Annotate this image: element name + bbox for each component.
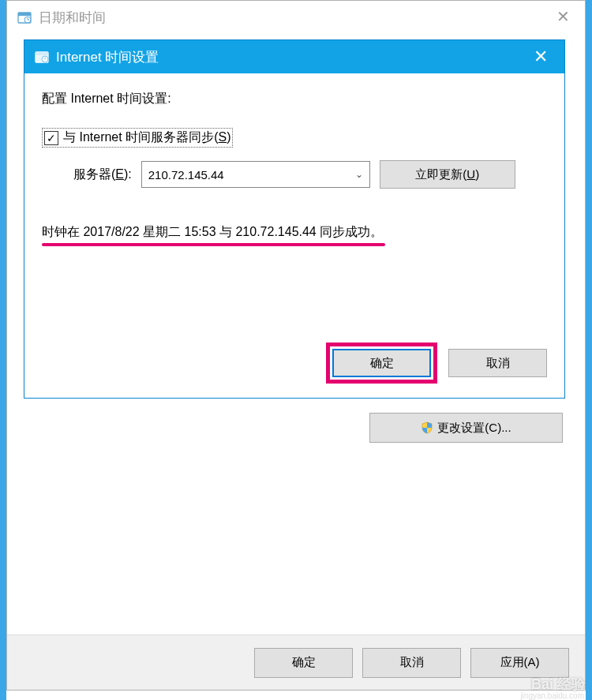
date-time-icon: [17, 9, 32, 25]
sync-checkbox-label: 与 Internet 时间服务器同步(S): [63, 129, 230, 146]
parent-close-button[interactable]: ✕: [545, 2, 581, 30]
sync-status-text: 时钟在 2017/8/22 星期二 15:53 与 210.72.145.44 …: [42, 224, 383, 241]
config-heading: 配置 Internet 时间设置:: [42, 91, 547, 107]
svg-rect-6: [36, 52, 48, 55]
server-select[interactable]: 210.72.145.44 ⌄: [141, 161, 370, 188]
ok-highlight-box: 确定: [326, 343, 437, 384]
sync-checkbox-row[interactable]: ✓ 与 Internet 时间服务器同步(S): [42, 128, 233, 148]
modal-footer: 确定 取消: [326, 343, 547, 384]
watermark-url: jingyan.baidu.com: [520, 691, 584, 700]
server-label: 服务器(E):: [73, 167, 132, 183]
modal-ok-button[interactable]: 确定: [332, 349, 431, 377]
checkmark-icon: ✓: [47, 133, 56, 144]
parent-apply-button[interactable]: 应用(A): [470, 648, 569, 678]
modal-content: 配置 Internet 时间设置: ✓ 与 Internet 时间服务器同步(S…: [24, 73, 564, 250]
change-settings-label: 更改设置(C)...: [437, 421, 511, 436]
highlight-underline: [42, 243, 385, 246]
change-settings-button[interactable]: 更改设置(C)...: [369, 413, 563, 443]
internet-time-icon: [34, 49, 50, 65]
parent-footer: 确定 取消 应用(A): [7, 634, 585, 690]
close-icon: ✕: [534, 47, 548, 67]
server-value: 210.72.145.44: [148, 168, 224, 182]
chevron-down-icon: ⌄: [355, 169, 363, 180]
close-icon: ✕: [556, 7, 570, 26]
sync-checkbox[interactable]: ✓: [44, 131, 58, 145]
shield-icon: [421, 421, 433, 434]
modal-cancel-button[interactable]: 取消: [448, 349, 547, 377]
parent-titlebar: 日期和时间 ✕: [7, 1, 585, 34]
update-now-button[interactable]: 立即更新(U): [380, 160, 515, 189]
modal-title: Internet 时间设置: [56, 48, 159, 66]
parent-ok-button[interactable]: 确定: [254, 648, 353, 678]
parent-cancel-button[interactable]: 取消: [362, 648, 461, 678]
modal-titlebar: Internet 时间设置 ✕: [24, 40, 564, 73]
internet-time-dialog: Internet 时间设置 ✕ 配置 Internet 时间设置: ✓ 与 In…: [24, 39, 565, 399]
modal-close-button[interactable]: ✕: [521, 40, 560, 73]
parent-title: 日期和时间: [39, 9, 106, 27]
svg-rect-1: [18, 13, 31, 16]
server-row: 服务器(E): 210.72.145.44 ⌄ 立即更新(U): [42, 160, 547, 189]
